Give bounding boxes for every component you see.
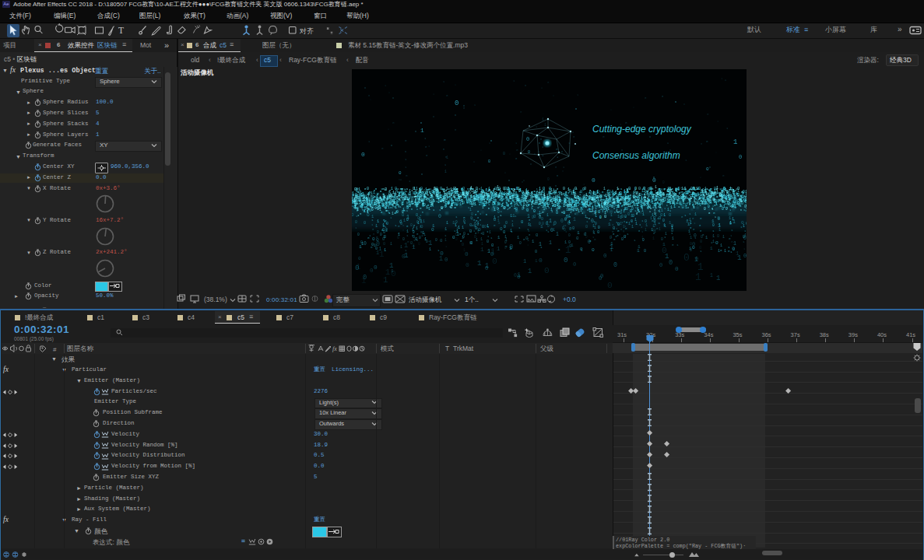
svg-text:0: 0 xyxy=(380,196,381,199)
svg-text:0: 0 xyxy=(504,240,507,244)
svg-text:1: 1 xyxy=(546,213,549,217)
svg-text:0: 0 xyxy=(388,190,390,193)
svg-text:0: 0 xyxy=(532,195,534,198)
svg-text:1: 1 xyxy=(420,127,424,134)
svg-text:0: 0 xyxy=(568,233,571,237)
svg-text:1: 1 xyxy=(510,229,512,233)
svg-text:0: 0 xyxy=(634,187,637,191)
svg-text:1: 1 xyxy=(688,201,690,204)
svg-text:1: 1 xyxy=(550,208,553,212)
svg-text:1: 1 xyxy=(428,207,430,212)
svg-text:0: 0 xyxy=(723,194,725,197)
svg-text:0: 0 xyxy=(409,192,411,196)
svg-text:0: 0 xyxy=(492,257,497,266)
svg-text:0: 0 xyxy=(710,194,712,198)
svg-text:1: 1 xyxy=(412,244,416,250)
svg-text:0: 0 xyxy=(638,187,641,191)
svg-text:0: 0 xyxy=(355,205,357,207)
svg-text:0: 0 xyxy=(488,207,490,210)
svg-text:1: 1 xyxy=(547,229,550,233)
svg-text:1: 1 xyxy=(617,205,619,209)
svg-text:0: 0 xyxy=(413,230,415,234)
svg-text:1: 1 xyxy=(720,243,722,248)
svg-text:0: 0 xyxy=(453,194,455,198)
svg-text:0: 0 xyxy=(535,250,537,254)
svg-text:0: 0 xyxy=(690,248,692,252)
svg-text:0: 0 xyxy=(567,202,570,206)
svg-text:0: 0 xyxy=(411,208,413,211)
svg-text:1: 1 xyxy=(487,235,489,238)
svg-text:1: 1 xyxy=(689,212,691,215)
svg-text:0: 0 xyxy=(414,195,416,198)
svg-text:1: 1 xyxy=(529,223,532,227)
svg-text:0: 0 xyxy=(504,187,507,191)
svg-text:1: 1 xyxy=(361,194,363,198)
svg-text:0: 0 xyxy=(610,218,612,222)
svg-text:0: 0 xyxy=(382,237,385,242)
svg-text:1: 1 xyxy=(358,202,360,205)
svg-text:0: 0 xyxy=(675,266,679,272)
svg-text:0: 0 xyxy=(371,194,372,198)
svg-text:1: 1 xyxy=(404,197,406,201)
svg-text:0: 0 xyxy=(392,121,395,124)
svg-text:0: 0 xyxy=(653,216,655,221)
svg-text:0: 0 xyxy=(385,209,387,212)
svg-text:1: 1 xyxy=(395,191,397,195)
svg-text:1: 1 xyxy=(364,209,366,213)
svg-text:0: 0 xyxy=(463,215,466,219)
svg-text:1: 1 xyxy=(523,258,526,264)
svg-text:0: 0 xyxy=(558,191,560,194)
svg-text:1: 1 xyxy=(649,210,651,213)
svg-text:1: 1 xyxy=(451,194,452,197)
svg-text:0: 0 xyxy=(521,219,523,225)
svg-text:0: 0 xyxy=(533,214,536,219)
svg-text:0: 0 xyxy=(396,196,399,200)
svg-text:1: 1 xyxy=(724,249,726,254)
svg-text:0: 0 xyxy=(421,199,423,202)
svg-text:0: 0 xyxy=(597,230,599,235)
svg-text:fx: fx xyxy=(332,345,337,352)
svg-text:0: 0 xyxy=(743,190,745,194)
svg-text:0: 0 xyxy=(729,222,732,226)
svg-text:1: 1 xyxy=(718,228,721,233)
svg-text:0: 0 xyxy=(709,200,711,204)
svg-text:0: 0 xyxy=(395,209,398,213)
svg-text:1: 1 xyxy=(695,271,701,283)
svg-text:0: 0 xyxy=(671,229,673,233)
svg-text:0: 0 xyxy=(434,187,436,191)
svg-text:1: 1 xyxy=(378,201,380,205)
svg-text:1: 1 xyxy=(504,193,505,196)
svg-text:0: 0 xyxy=(687,206,689,209)
svg-text:1: 1 xyxy=(635,222,638,226)
svg-text:1: 1 xyxy=(579,202,581,205)
svg-text:0: 0 xyxy=(688,222,690,227)
svg-text:0: 0 xyxy=(416,213,418,218)
svg-text:1: 1 xyxy=(653,193,655,196)
svg-text:0: 0 xyxy=(444,138,446,142)
svg-text:0: 0 xyxy=(745,209,747,212)
svg-text:0: 0 xyxy=(367,212,370,218)
svg-text:1: 1 xyxy=(361,207,363,210)
svg-text:1: 1 xyxy=(553,228,555,233)
svg-text:1: 1 xyxy=(485,201,487,205)
svg-text:0: 0 xyxy=(380,233,382,236)
svg-text:0: 0 xyxy=(431,193,433,196)
svg-text:0: 0 xyxy=(420,230,422,233)
svg-text:0: 0 xyxy=(546,222,548,226)
svg-text:0: 0 xyxy=(599,215,602,219)
svg-text:1: 1 xyxy=(656,192,659,196)
svg-text:0: 0 xyxy=(610,197,611,200)
svg-text:1: 1 xyxy=(568,220,571,225)
svg-text:1: 1 xyxy=(714,188,715,191)
svg-text:1: 1 xyxy=(693,205,695,209)
svg-text:1: 1 xyxy=(539,242,542,247)
svg-text:0: 0 xyxy=(740,209,742,212)
svg-text:0: 0 xyxy=(692,241,695,247)
svg-text:1: 1 xyxy=(525,203,528,207)
svg-text:1: 1 xyxy=(592,230,595,235)
svg-text:0: 0 xyxy=(701,235,703,239)
svg-text:1: 1 xyxy=(417,221,420,225)
svg-text:1: 1 xyxy=(434,199,435,202)
svg-text:0: 0 xyxy=(463,107,465,110)
svg-text:0: 0 xyxy=(482,191,483,194)
